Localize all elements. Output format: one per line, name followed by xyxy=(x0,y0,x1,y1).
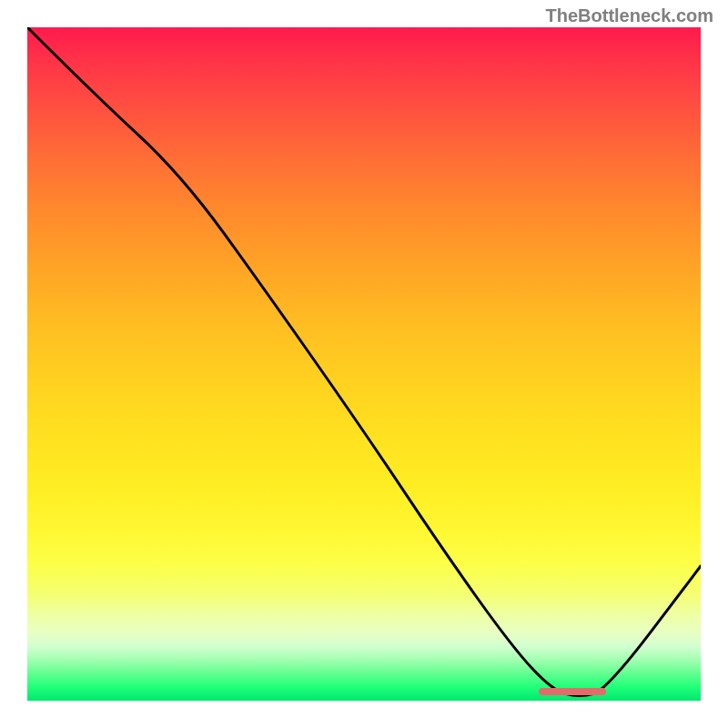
highlight-marker xyxy=(539,688,606,695)
watermark-text: TheBottleneck.com xyxy=(546,5,713,26)
chart-plot-area xyxy=(27,27,701,701)
chart-line-svg xyxy=(27,27,701,701)
curve-line xyxy=(27,27,701,695)
